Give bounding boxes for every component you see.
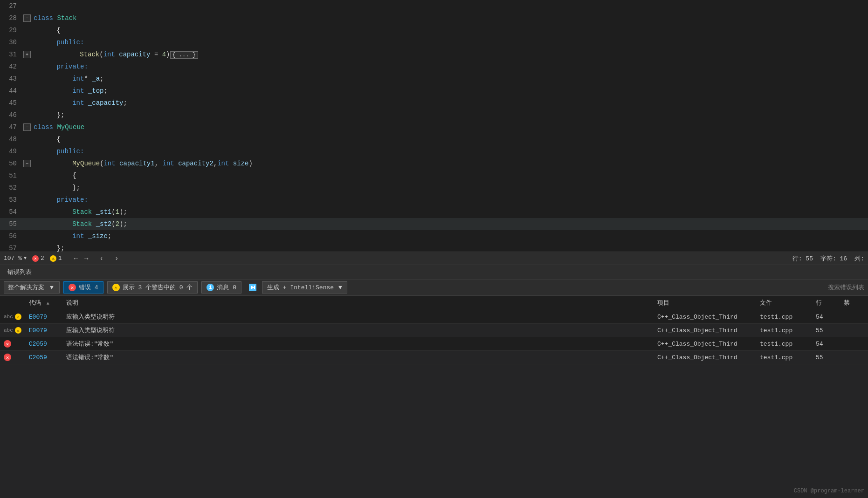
col-header-suppress: 禁 (840, 296, 868, 310)
warning-filter-icon: ⚠ (112, 284, 120, 291)
svg-marker-0 (251, 286, 255, 289)
col-header-code[interactable]: 代码 ▲ (25, 296, 62, 310)
row-code: E0079 (25, 324, 62, 337)
row-project: C++_Class_Object_Third (654, 310, 756, 324)
row-desc: 语法错误:"常数" (62, 337, 654, 351)
row-line: 55 (812, 351, 840, 364)
build-intellisense-btn[interactable]: 生成 + IntelliSense ▼ (262, 281, 347, 293)
row-file: test1.cpp (756, 310, 812, 324)
zoom-dropdown-icon[interactable]: ▼ (24, 256, 27, 261)
row-code: C2059 (25, 337, 62, 351)
warning-filter-btn[interactable]: ⚠ 展示 3 个警告中的 0 个 (107, 281, 198, 293)
char-info: 字符: 16 (820, 254, 847, 263)
search-errors-label: 搜索错误列表 (828, 283, 864, 292)
code-line-56: 56 int _size; (0, 230, 868, 242)
code-line-31: 31 + Stack(int capacity = 4){ ... } (0, 48, 868, 61)
status-bar: 107 % ▼ ✕ 2 ⚠ 1 ← → ‹ › 行: 55 字符: 16 列: (0, 252, 868, 265)
warning-filter-label: 展示 3 个警告中的 0 个 (123, 283, 193, 292)
scope-select[interactable]: 整个解决方案 ▼ (4, 281, 60, 293)
fold-icon-28[interactable]: − (23, 14, 31, 22)
cursor-position: 行: 55 字符: 16 列: (792, 254, 864, 263)
row-line: 54 (812, 310, 840, 324)
code-line-48: 48 { (0, 133, 868, 145)
error-count-item[interactable]: ✕ 2 (32, 255, 44, 262)
code-line-29: 29 { (0, 24, 868, 36)
row-desc: 应输入类型说明符 (62, 310, 654, 324)
row-file: test1.cpp (756, 337, 812, 351)
nav-forward-arrow[interactable]: → (82, 254, 91, 263)
error-icon: ✕ (32, 255, 39, 262)
row-line: 55 (812, 324, 840, 337)
code-line-30: 30 public: (0, 36, 868, 48)
code-line-42: 42 private: (0, 61, 868, 73)
fold-icon-50[interactable]: − (23, 160, 31, 167)
scope-label: 整个解决方案 (8, 283, 44, 292)
error-filter-icon: ✕ (69, 284, 76, 291)
table-row[interactable]: ✕ C2059 语法错误:"常数" C++_Class_Object_Third… (0, 337, 868, 351)
row-warning-icon: ⚠ (15, 314, 21, 320)
row-icon-cell: ✕ (0, 351, 25, 364)
build-dropdown-icon: ▼ (338, 284, 342, 291)
col-header-desc: 说明 (62, 296, 654, 310)
code-line-50: 50 − MyQueue(int capacity1, int capacity… (0, 157, 868, 170)
code-line-55: 55 Stack _st2(2); (0, 218, 868, 230)
warning-count-item[interactable]: ⚠ 1 (50, 255, 62, 262)
col-header-file: 文件 (756, 296, 812, 310)
info-filter-btn[interactable]: i 消息 0 (201, 281, 241, 293)
nav-arrows[interactable]: ← → (71, 254, 91, 263)
table-row[interactable]: ✕ C2059 语法错误:"常数" C++_Class_Object_Third… (0, 351, 868, 364)
panel-title: 错误列表 (0, 265, 868, 280)
col-header-icon (0, 296, 25, 310)
fold-icon-31[interactable]: + (23, 51, 31, 58)
info-filter-icon: i (207, 284, 214, 291)
row-line: 54 (812, 337, 840, 351)
row-icon-cell: abc ⚠ (0, 310, 25, 324)
code-editor[interactable]: 27 28 − class Stack 29 { 3 (0, 0, 868, 252)
code-line-53: 53 private: (0, 194, 868, 206)
row-file: test1.cpp (756, 324, 812, 337)
fold-icon-47[interactable]: − (23, 123, 31, 131)
sort-icon: ▲ (47, 301, 49, 306)
row-project: C++_Class_Object_Third (654, 351, 756, 364)
nav-back-arrow[interactable]: ← (71, 254, 81, 263)
row-error-icon: ✕ (4, 340, 11, 348)
watermark: CSDN @program-learner (794, 488, 864, 494)
row-project: C++_Class_Object_Third (654, 337, 756, 351)
zoom-control[interactable]: 107 % ▼ (4, 255, 27, 262)
row-suppress (840, 310, 868, 324)
row-suppress (840, 337, 868, 351)
row-desc: 语法错误:"常数" (62, 351, 654, 364)
row-code: E0079 (25, 310, 62, 324)
code-line-27: 27 (0, 0, 868, 12)
row-code: C2059 (25, 351, 62, 364)
panel-toolbar: 整个解决方案 ▼ ✕ 错误 4 ⚠ 展示 3 个警告中的 0 个 i 消息 0 … (0, 280, 868, 296)
row-error-icon: ✕ (4, 354, 11, 361)
zoom-value: 107 % (4, 255, 22, 262)
row-icon-cell: abc ⚠ (0, 324, 25, 337)
code-line-54: 54 Stack _st1(1); (0, 206, 868, 218)
error-filter-label: 错误 4 (79, 283, 98, 292)
intellisense-filter-icon (249, 284, 256, 291)
nav-next-icon[interactable]: › (112, 254, 121, 263)
col-header-line: 行 (812, 296, 840, 310)
row-project: C++_Class_Object_Third (654, 324, 756, 337)
error-list-panel: 错误列表 整个解决方案 ▼ ✕ 错误 4 ⚠ 展示 3 个警告中的 0 个 i … (0, 265, 868, 498)
code-line-45: 45 int _capacity; (0, 97, 868, 109)
row-file: test1.cpp (756, 351, 812, 364)
code-line-44: 44 int _top; (0, 85, 868, 97)
info-label: 消息 0 (217, 283, 236, 292)
code-line-46: 46 }; (0, 109, 868, 121)
table-row[interactable]: abc ⚠ E0079 应输入类型说明符 C++_Class_Object_Th… (0, 310, 868, 324)
code-line-43: 43 int* _a; (0, 73, 868, 85)
nav-prev-icon[interactable]: ‹ (96, 254, 106, 263)
code-line-52: 52 }; (0, 182, 868, 194)
error-filter-btn[interactable]: ✕ 错误 4 (63, 281, 103, 293)
code-line-28: 28 − class Stack (0, 12, 868, 24)
row-desc: 应输入类型说明符 (62, 324, 654, 337)
row-suppress (840, 324, 868, 337)
table-row[interactable]: abc ⚠ E0079 应输入类型说明符 C++_Class_Object_Th… (0, 324, 868, 337)
row-suppress (840, 351, 868, 364)
code-line-57: 57 }; (0, 242, 868, 252)
scope-dropdown-icon: ▼ (50, 284, 54, 291)
build-label: 生成 + IntelliSense (267, 283, 334, 292)
